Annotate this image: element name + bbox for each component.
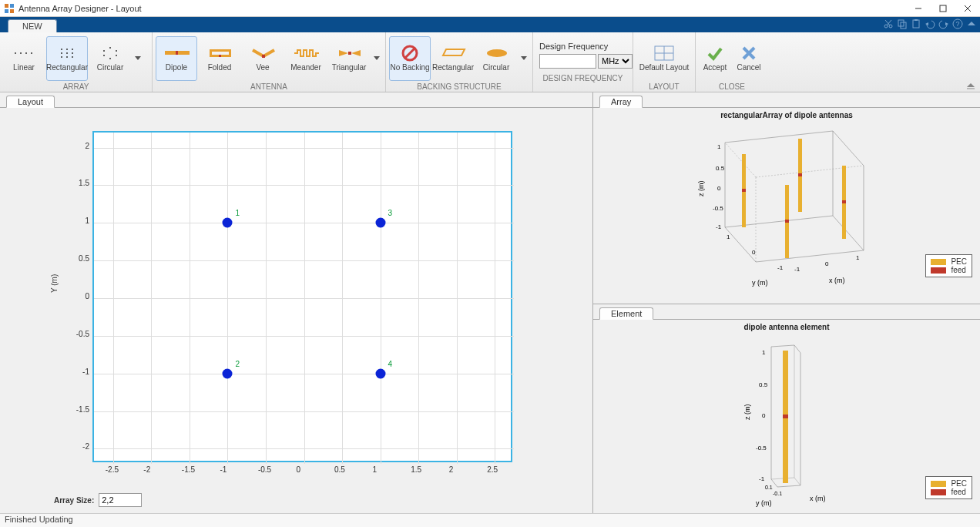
array-circular-button[interactable]: Circular — [89, 36, 131, 81]
antenna-folded-button[interactable]: Folded — [199, 36, 240, 81]
svg-rect-48 — [262, 55, 265, 58]
svg-rect-46 — [229, 49, 231, 57]
svg-rect-72 — [742, 189, 746, 192]
layout-element-point[interactable] — [223, 218, 233, 228]
default-layout-button[interactable]: Default Layout — [636, 36, 692, 81]
antenna-vee-button[interactable]: Vee — [242, 36, 284, 81]
antenna-meander-label: Meander — [290, 63, 321, 72]
svg-rect-76 — [785, 220, 789, 223]
rectangular-array-icon — [54, 45, 80, 61]
antenna-vee-label: Vee — [256, 63, 269, 72]
layout-element-point[interactable] — [375, 218, 385, 228]
svg-point-32 — [66, 56, 68, 58]
backing-dropdown[interactable] — [519, 36, 529, 81]
svg-text:-0.5: -0.5 — [713, 205, 723, 212]
array-linear-button[interactable]: Linear — [3, 36, 45, 81]
svg-marker-57 — [521, 56, 527, 60]
quick-access: ? — [883, 18, 977, 29]
array-3d-view[interactable]: z (m) 10.50-0.5-1 y (m) 10-1 x (m) -101 — [679, 119, 894, 289]
antenna-folded-label: Folded — [208, 63, 232, 72]
tab-element[interactable]: Element — [599, 307, 653, 320]
cancel-button[interactable]: Cancel — [733, 36, 765, 81]
svg-line-70 — [756, 166, 864, 177]
group-antenna-label: ANTENNA — [156, 82, 382, 92]
array-size-input[interactable] — [99, 493, 142, 507]
element-3d-view[interactable]: z (m) 10.50-0.5-1 y (m) 0.1-0.1 x (m) — [710, 331, 864, 509]
svg-point-21 — [15, 52, 16, 54]
maximize-button[interactable] — [931, 0, 955, 17]
array-circular-label: Circular — [97, 63, 123, 72]
svg-text:?: ? — [955, 20, 959, 28]
minimize-ribbon-icon[interactable] — [966, 18, 977, 29]
antenna-dropdown[interactable] — [371, 36, 382, 81]
svg-point-35 — [116, 50, 117, 52]
frequency-unit-select[interactable]: MHz — [598, 54, 633, 69]
svg-line-66 — [725, 216, 833, 227]
layout-element-point[interactable] — [375, 368, 385, 378]
tab-new[interactable]: NEW — [8, 19, 57, 32]
group-backing: No Backing Rectangular Circular BACKING … — [386, 32, 533, 92]
svg-point-31 — [61, 56, 62, 58]
backing-rectangular-label: Rectangular — [432, 63, 474, 72]
backing-none-button[interactable]: No Backing — [389, 36, 431, 81]
svg-text:x (m): x (m) — [829, 277, 845, 284]
svg-point-38 — [103, 55, 105, 56]
backing-rectangular-button[interactable]: Rectangular — [432, 36, 474, 81]
svg-rect-14 — [913, 20, 919, 28]
svg-text:1: 1 — [856, 254, 860, 261]
layout-element-point[interactable] — [223, 368, 233, 378]
antenna-dipole-label: Dipole — [166, 63, 187, 72]
svg-text:1: 1 — [727, 233, 730, 240]
svg-line-95 — [794, 478, 800, 485]
layout-plot[interactable]: 1234 Y (m) -2.5-2-1.5-1-0.500.511.522.5-… — [0, 108, 592, 513]
close-button[interactable] — [955, 0, 980, 17]
svg-text:-1: -1 — [777, 264, 784, 271]
group-backing-label: BACKING STRUCTURE — [389, 82, 529, 92]
ribbon: Linear Rectangular Circular ARRAY Dipole… — [0, 32, 980, 92]
paste-icon[interactable] — [911, 18, 921, 29]
layout-element-label: 1 — [235, 209, 240, 217]
element-legend: PEC feed — [925, 476, 972, 499]
svg-line-54 — [404, 48, 415, 59]
redo-icon[interactable] — [938, 18, 949, 29]
frequency-input[interactable] — [539, 54, 596, 69]
svg-point-37 — [109, 58, 111, 59]
cancel-label: Cancel — [737, 63, 760, 72]
svg-point-23 — [25, 52, 27, 54]
layout-element-label: 2 — [235, 360, 240, 368]
svg-point-33 — [72, 56, 73, 58]
undo-icon[interactable] — [925, 18, 935, 29]
layout-icon — [651, 45, 677, 61]
x-icon — [736, 45, 762, 61]
svg-text:0: 0 — [825, 260, 829, 267]
svg-text:0: 0 — [752, 249, 756, 256]
svg-line-69 — [725, 143, 756, 177]
array-dropdown[interactable] — [133, 36, 143, 81]
cut-icon[interactable] — [883, 18, 894, 29]
array-size-row: Array Size: — [54, 493, 142, 507]
array-rectangular-button[interactable]: Rectangular — [46, 36, 88, 81]
tab-layout[interactable]: Layout — [6, 96, 55, 108]
status-text: Finished Updating — [5, 515, 73, 524]
help-icon[interactable]: ? — [952, 18, 963, 29]
backing-circular-button[interactable]: Circular — [475, 36, 517, 81]
expand-ribbon-icon[interactable] — [966, 81, 975, 90]
svg-text:-0.1: -0.1 — [773, 491, 782, 496]
group-layout-label: LAYOUT — [636, 82, 692, 92]
copy-icon[interactable] — [897, 18, 908, 29]
app-icon — [3, 2, 15, 15]
rect-backing-icon — [440, 45, 466, 61]
svg-text:-1: -1 — [716, 223, 722, 230]
tab-array[interactable]: Array — [599, 96, 643, 108]
right-column: Array rectangularArray of dipole antenna… — [593, 92, 980, 513]
antenna-dipole-button[interactable]: Dipole — [156, 36, 197, 81]
antenna-triangular-button[interactable]: Triangular — [328, 36, 370, 81]
accept-button[interactable]: Accept — [699, 36, 731, 81]
antenna-meander-button[interactable]: Meander — [285, 36, 327, 81]
minimize-button[interactable] — [906, 0, 931, 17]
svg-rect-3 — [10, 9, 14, 13]
svg-rect-51 — [348, 52, 351, 55]
svg-text:z (m): z (m) — [743, 404, 751, 421]
array-rectangular-label: Rectangular — [46, 63, 88, 72]
group-frequency-label: DESIGN FREQUENCY — [539, 73, 626, 83]
